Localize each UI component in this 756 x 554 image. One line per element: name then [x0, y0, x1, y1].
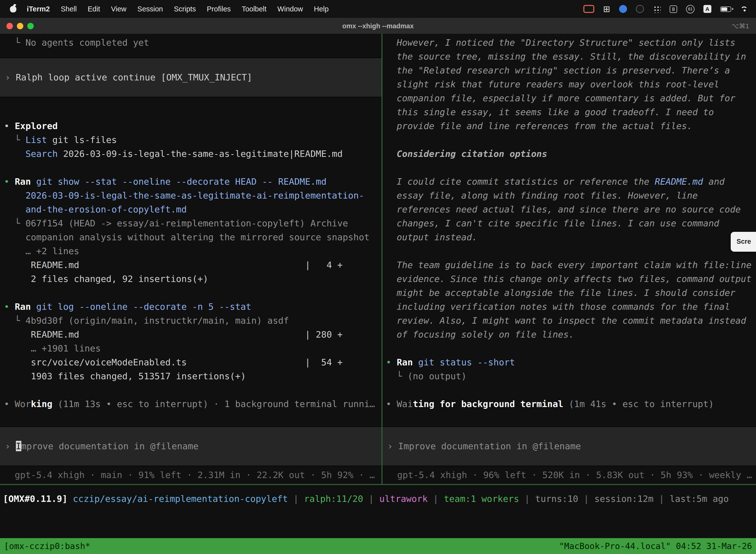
menu-item-toolbelt[interactable]: Toolbelt	[236, 5, 272, 13]
text-segment: |	[363, 492, 379, 506]
text-segment: └ 067f154 (HEAD -> essay/ai-reimplementa…	[4, 218, 348, 228]
terminal-line	[4, 161, 381, 175]
text-segment: ›	[5, 72, 16, 82]
text-segment: ultrawork	[379, 492, 428, 506]
menu-item-help[interactable]: Help	[309, 5, 334, 13]
menu-bar: iTerm2ShellEditViewSessionScriptsProfile…	[0, 0, 756, 18]
terminal-line: README.md | 280 +	[4, 328, 381, 341]
terminal-line: src/voice/voiceModeEnabled.ts | 54 +	[4, 355, 381, 369]
text-segment: companion file, especially if more comme…	[386, 93, 736, 103]
apple-menu-icon[interactable]	[10, 6, 16, 12]
agent-log-right: However, I noticed the "Directory Struct…	[382, 36, 756, 411]
text-segment: └ (no output)	[386, 371, 466, 381]
terminal-line: 2026-03-09-is-legal-the-same-as-legitima…	[4, 189, 381, 203]
ralph-loop-banner: › Ralph loop active continue [OMX_TMUX_I…	[0, 58, 381, 97]
terminal-line: review. Also, I might want to inspect th…	[386, 314, 756, 328]
screen-recording-icon[interactable]	[583, 5, 594, 13]
text-segment: I	[16, 441, 21, 451]
text-segment: •	[4, 176, 15, 187]
terminal-line: • Ran git log --oneline --decorate -n 5 …	[4, 300, 381, 314]
menu-item-profiles[interactable]: Profiles	[201, 5, 236, 13]
badge-61-icon[interactable]: 61	[686, 5, 694, 13]
terminal-line: • Ran git show --stat --oneline --decora…	[4, 175, 381, 189]
grid-icon[interactable]: ⊞	[603, 5, 611, 13]
text-segment: └ 4b9d30f (origin/main, instructkr/main,…	[4, 315, 289, 326]
tmux-host-clock: "MacBook-Pro-44.local" 04:52 31-Mar-26	[559, 539, 752, 553]
terminal-line	[4, 105, 381, 119]
dark-app-icon[interactable]	[636, 5, 644, 13]
menu-item-scripts[interactable]: Scripts	[169, 5, 201, 13]
tmux-pane-left[interactable]: └ No agents completed yet › Ralph loop a…	[0, 34, 381, 484]
text-segment: evidence. Since this change only affects…	[386, 274, 752, 284]
terminal-line	[386, 383, 756, 397]
text-segment: review. Also, I might want to inspect th…	[386, 315, 746, 326]
wifi-icon[interactable]	[740, 6, 749, 12]
input-source-icon[interactable]: A	[703, 5, 711, 13]
terminal-line: The team guideline is to back every impo…	[386, 258, 756, 272]
minimize-button[interactable]	[17, 22, 23, 29]
prompt-input-right[interactable]: › Improve documentation in @filename	[382, 427, 756, 466]
text-segment: team:1 workers	[444, 492, 519, 506]
tmux-pane-right[interactable]: However, I noticed the "Directory Struct…	[382, 34, 756, 484]
menu-item-window[interactable]: Window	[272, 5, 308, 13]
text-segment: references need actual files, and since …	[386, 204, 741, 214]
window-title: omx --xhigh --madmax	[0, 22, 756, 30]
text-segment: List	[25, 134, 47, 145]
battery-icon[interactable]	[720, 6, 731, 12]
text-segment: |	[428, 492, 444, 506]
menu-item-edit[interactable]: Edit	[82, 5, 106, 13]
screen-control-overlay[interactable]: Scre	[731, 232, 756, 252]
text-segment: |	[653, 492, 670, 506]
terminal-line: 1903 files changed, 513517 insertions(+)	[4, 369, 381, 383]
agent-log-top: └ No agents completed yet	[0, 36, 381, 50]
menu-item-session[interactable]: Session	[132, 5, 169, 13]
terminal-line	[4, 286, 381, 300]
text-segment: README.md	[655, 176, 703, 187]
session-status-left: gpt-5.4 xhigh · main · 91% left · 2.31M …	[0, 466, 381, 484]
text-segment: [OMX#0.11.9]	[3, 492, 73, 506]
terminal-line: └ 4b9d30f (origin/main, instructkr/main,…	[4, 314, 381, 328]
dots-grid-icon[interactable]	[653, 5, 661, 13]
terminal-line	[386, 133, 756, 147]
text-segment: |	[288, 492, 304, 506]
text-segment: 1903 files changed, 513517 insertions(+)	[4, 371, 246, 381]
text-segment: 2026-03-09-is-legal-the-same-as-legitima…	[4, 190, 364, 201]
text-segment: However, I noticed the "Directory Struct…	[386, 37, 736, 48]
pane-divider-vertical[interactable]	[381, 34, 382, 485]
menu-item-iterm2[interactable]: iTerm2	[21, 5, 55, 13]
terminal-line: the source tree, missing the essay. Stil…	[386, 50, 756, 63]
terminal-line: companion file, especially if more comme…	[386, 91, 756, 105]
text-segment: the "Related research writing" section i…	[386, 65, 730, 75]
text-segment: The team guideline is to back every impo…	[386, 260, 752, 270]
text-segment: Ran	[15, 301, 31, 312]
menu-item-shell[interactable]: Shell	[55, 5, 82, 13]
text-segment: • Wai	[386, 399, 413, 409]
zoom-button[interactable]	[27, 22, 34, 29]
omx-status-bar: [OMX#0.11.9] cczip/essay/ai-reimplementa…	[0, 488, 756, 510]
close-button[interactable]	[6, 22, 13, 29]
text-segment: src/voice/voiceModeEnabled.ts | 54 +	[4, 357, 342, 367]
terminal-line: • Explored	[4, 119, 381, 133]
text-segment: companion analysis without altering the …	[4, 232, 370, 242]
menu-item-view[interactable]: View	[106, 5, 132, 13]
terminal-line: … +2 lines	[4, 244, 381, 258]
text-segment: (1m 41s • esc to interrupt)	[563, 399, 714, 409]
text-segment: session:12m	[594, 492, 653, 506]
text-segment: … +1901 lines	[4, 343, 101, 353]
text-segment: |	[578, 492, 594, 506]
pane-divider-horizontal[interactable]	[0, 484, 756, 485]
terminal-line: However, I noticed the "Directory Struct…	[386, 36, 756, 50]
text-segment: git ls-files	[47, 134, 117, 145]
text-segment: └ No agents completed yet	[4, 37, 149, 48]
text-segment: turns:10	[535, 492, 578, 506]
terminal-line: └ (no output)	[386, 369, 756, 383]
terminal-line: this single essay, it seems like a good …	[386, 105, 756, 119]
tmux-status-bar: [omx-cczip0:bash* "MacBook-Pro-44.local"…	[0, 538, 756, 554]
text-segment: mprove documentation in @filename	[21, 441, 198, 451]
blue-app-icon[interactable]	[619, 5, 627, 13]
prompt-input-left[interactable]: › Improve documentation in @filename	[0, 427, 381, 466]
text-segment: README.md | 280 +	[4, 329, 342, 340]
terminal-line: • Working (11m 13s • esc to interrupt) ·…	[4, 397, 381, 411]
text-segment: git status --short	[413, 357, 515, 367]
key-8-icon[interactable]: 8	[670, 5, 677, 13]
